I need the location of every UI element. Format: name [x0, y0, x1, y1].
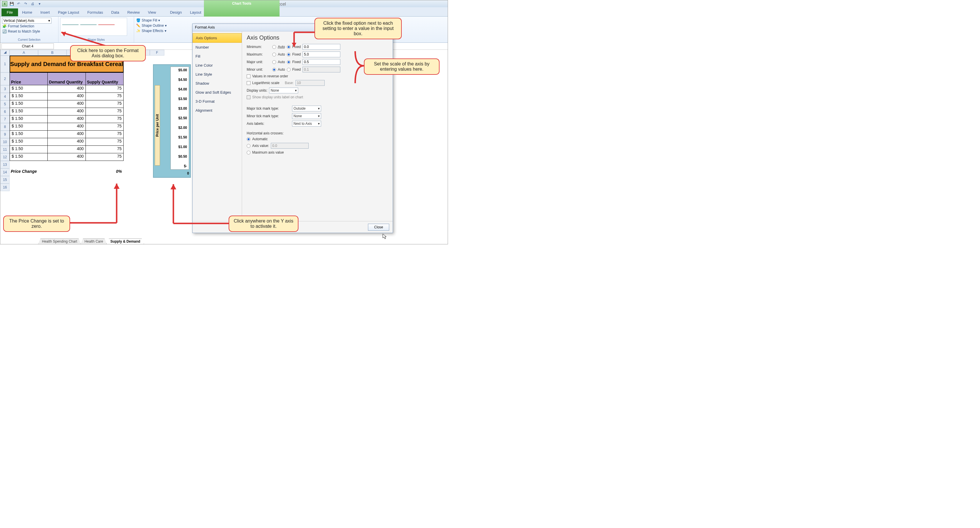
minor-tick-dropdown[interactable]: None▾ — [292, 113, 321, 119]
cell-supply[interactable]: 75 — [86, 108, 123, 115]
min-fixed-radio[interactable] — [287, 45, 291, 49]
cell-supply[interactable]: 75 — [86, 93, 123, 100]
cell-price[interactable]: $ 1.50 — [10, 93, 48, 100]
cell-supply[interactable]: 75 — [86, 116, 123, 123]
table-row[interactable]: $ 1.5040075 — [10, 93, 124, 100]
table-row[interactable]: $ 1.5040075 — [10, 116, 124, 123]
minor-auto-radio[interactable] — [272, 68, 276, 72]
cell-price[interactable]: $ 1.50 — [10, 138, 48, 145]
name-box[interactable]: Chart 4 — [2, 43, 54, 49]
table-row[interactable]: $ 1.5040075 — [10, 100, 124, 108]
row-header[interactable]: 12 — [0, 153, 10, 161]
row-header[interactable]: 1 — [0, 56, 10, 72]
row-header[interactable]: 8 — [0, 123, 10, 130]
tab-page-layout[interactable]: Page Layout — [54, 8, 83, 16]
table-row[interactable]: $ 1.5040075 — [10, 108, 124, 116]
cell-supply[interactable]: 75 — [86, 153, 123, 161]
row-header[interactable]: 6 — [0, 108, 10, 116]
max-auto-radio[interactable] — [272, 52, 276, 56]
row-header[interactable]: 2 — [0, 72, 10, 85]
minor-fixed-radio[interactable] — [287, 68, 291, 72]
select-all-cell[interactable]: ◢ — [0, 50, 10, 56]
cell-demand[interactable]: 400 — [48, 130, 86, 138]
column-header[interactable]: A — [10, 50, 38, 56]
tab-design[interactable]: Design — [166, 8, 186, 16]
row-header[interactable]: 13 — [0, 161, 10, 169]
column-header[interactable]: B — [38, 50, 67, 56]
cell-supply[interactable]: 75 — [86, 138, 123, 145]
tab-file[interactable]: File — [2, 8, 18, 16]
cell-demand[interactable]: 400 — [48, 108, 86, 115]
tab-view[interactable]: View — [144, 8, 160, 16]
table-row[interactable]: $ 1.5040075 — [10, 146, 124, 153]
close-button[interactable]: Close — [368, 224, 389, 231]
qat-redo[interactable]: ↷ — [23, 1, 28, 6]
shape-style-item[interactable] — [80, 20, 97, 25]
cell-demand[interactable]: 400 — [48, 100, 86, 108]
min-auto-radio[interactable] — [272, 45, 276, 49]
sheet-tab[interactable]: Health Care — [81, 239, 107, 244]
shape-style-item[interactable] — [98, 20, 115, 25]
cell-supply[interactable]: 75 — [86, 85, 123, 92]
row-header[interactable]: 3 — [0, 85, 10, 93]
axis-labels-dropdown[interactable]: Next to Axis▾ — [292, 121, 321, 127]
nav-3d-format[interactable]: 3-D Format — [192, 97, 242, 106]
cell-price[interactable]: $ 1.50 — [10, 153, 48, 161]
column-header[interactable]: F — [150, 50, 164, 56]
cell-supply[interactable]: 75 — [86, 146, 123, 153]
major-tick-dropdown[interactable]: Outside▾ — [292, 106, 321, 111]
row-header[interactable]: 14 — [0, 169, 10, 176]
cell-supply[interactable]: 75 — [86, 130, 123, 138]
header-demand[interactable]: Demand Quantity — [48, 73, 86, 85]
shape-outline-button[interactable]: ✏️Shape Outline ▾ — [136, 23, 176, 28]
h-value-radio[interactable] — [247, 144, 250, 148]
table-row[interactable]: $ 1.5040075 — [10, 138, 124, 146]
cell-price[interactable]: $ 1.50 — [10, 130, 48, 138]
tab-formulas[interactable]: Formulas — [83, 8, 107, 16]
cell-price[interactable]: $ 1.50 — [10, 146, 48, 153]
nav-shadow[interactable]: Shadow — [192, 79, 242, 88]
cell-demand[interactable]: 400 — [48, 138, 86, 145]
sheet-tab[interactable]: Supply & Demand — [107, 239, 144, 244]
nav-number[interactable]: Number — [192, 43, 242, 52]
qat-print[interactable]: 🖨 — [30, 1, 35, 6]
tab-insert[interactable]: Insert — [37, 8, 54, 16]
row-header[interactable]: 7 — [0, 116, 10, 123]
table-row[interactable]: $ 1.5040075 — [10, 153, 124, 161]
cell-demand[interactable]: 400 — [48, 146, 86, 153]
cell-demand[interactable]: 400 — [48, 123, 86, 130]
row-header[interactable]: 10 — [0, 138, 10, 146]
nav-line-style[interactable]: Line Style — [192, 70, 242, 79]
tab-layout[interactable]: Layout — [186, 8, 205, 16]
row-header[interactable]: 4 — [0, 93, 10, 100]
shape-effects-button[interactable]: ✨Shape Effects ▾ — [136, 28, 176, 33]
display-units-dropdown[interactable]: None▾ — [269, 87, 298, 93]
row-header[interactable]: 5 — [0, 100, 10, 108]
reset-to-match-style-button[interactable]: 🔄 Reset to Match Style — [2, 29, 56, 34]
cell-price[interactable]: $ 1.50 — [10, 100, 48, 108]
format-selection-button[interactable]: 🧩 Format Selection — [2, 24, 56, 29]
table-row[interactable]: $ 1.5040075 — [10, 123, 124, 130]
major-auto-radio[interactable] — [272, 60, 276, 64]
embedded-chart[interactable]: Price per Unit $5.00 $4.50 $4.00 $3.50 $… — [153, 64, 191, 178]
cell-price[interactable]: $ 1.50 — [10, 108, 48, 115]
row-header[interactable]: 16 — [0, 184, 10, 191]
shape-style-item[interactable] — [62, 20, 78, 25]
tab-home[interactable]: Home — [18, 8, 37, 16]
sheet-tab[interactable]: Health Spending Chart — [38, 239, 81, 244]
major-fixed-radio[interactable] — [287, 60, 291, 64]
cell-demand[interactable]: 400 — [48, 85, 86, 92]
nav-axis-options[interactable]: Axis Options — [192, 33, 242, 43]
major-input[interactable] — [302, 59, 340, 65]
y-axis[interactable]: $5.00 $4.50 $4.00 $3.50 $3.00 $2.50 $2.0… — [170, 67, 189, 170]
cell-supply[interactable]: 75 — [86, 100, 123, 108]
table-row[interactable]: $ 1.5040075 — [10, 130, 124, 138]
y-axis-title[interactable]: Price per Unit — [155, 85, 160, 165]
chart-element-dropdown[interactable]: Vertical (Value) Axis ▾ — [2, 18, 51, 24]
nav-glow[interactable]: Glow and Soft Edges — [192, 88, 242, 97]
qat-customize-icon[interactable]: ▾ — [37, 1, 42, 6]
qat-undo[interactable]: ↶ — [16, 1, 21, 6]
max-fixed-radio[interactable] — [287, 52, 291, 56]
nav-alignment[interactable]: Alignment — [192, 106, 242, 115]
cell-price[interactable]: $ 1.50 — [10, 116, 48, 123]
